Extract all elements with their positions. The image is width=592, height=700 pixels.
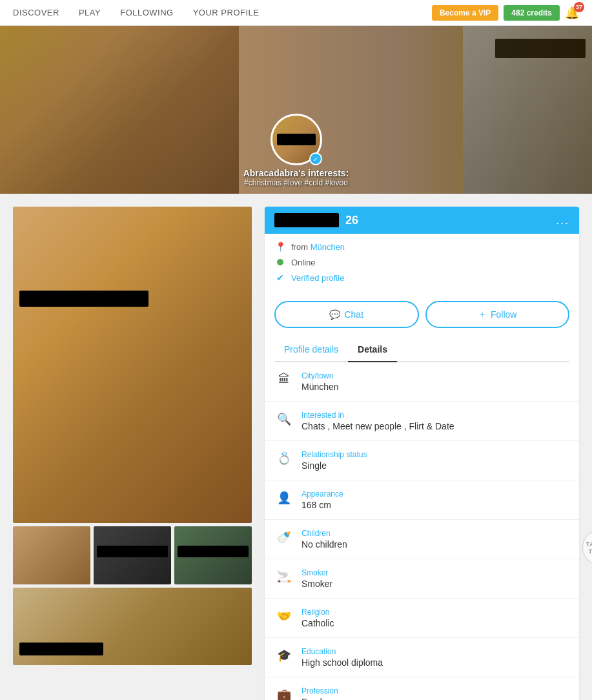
hero-text: Abracadabra's interests: #christmas #lov… — [243, 168, 349, 187]
city-label: City/town — [301, 371, 569, 380]
nav-discover[interactable]: DISCOVER — [13, 8, 59, 17]
nav-links: DISCOVER PLAY FOLLOWING YOUR PROFILE — [13, 8, 432, 17]
profile-info: 📍 from München Online ✔ Verified profile — [265, 234, 579, 296]
religion-value: Catholic — [301, 618, 569, 628]
bell-badge: 37 — [574, 2, 584, 12]
relationship-content: Relationship status Single — [301, 450, 569, 471]
thumbnail-1[interactable] — [13, 526, 90, 584]
thumb-3-redact — [178, 546, 249, 557]
take-top-line1: TAKE ME — [586, 541, 592, 549]
detail-interested: 🔍 Interested in Chats , Meet new people … — [265, 402, 579, 441]
location-row: 📍 from München — [274, 242, 569, 252]
city-value: München — [301, 382, 569, 392]
profile-name-redact — [274, 213, 339, 227]
hero-banner: ✓ Abracadabra's interests: #christmas #l… — [0, 26, 592, 194]
interested-value: Chats , Meet new people , Flirt & Date — [301, 421, 569, 431]
city-link[interactable]: München — [311, 242, 345, 252]
notification-bell-button[interactable]: 🔔 37 — [565, 6, 579, 20]
thumb-2-redact — [97, 546, 168, 557]
profile-tabs: Profile details Details — [274, 338, 569, 362]
chat-icon: 💬 — [329, 309, 340, 320]
smoker-icon: 🚬 — [274, 570, 294, 584]
chat-label: Chat — [344, 309, 363, 320]
main-profile-photo — [13, 207, 252, 523]
religion-label: Religion — [301, 608, 569, 617]
appearance-label: Appearance — [301, 489, 569, 499]
nav-following[interactable]: FOLLOWING — [120, 8, 174, 17]
smoker-label: Smoker — [301, 568, 569, 577]
profession-label: Profession — [301, 686, 569, 695]
relationship-icon: 💍 — [274, 451, 294, 466]
thumbnail-row — [13, 526, 252, 584]
detail-education: 🎓 Education High school diploma — [265, 638, 579, 677]
profession-icon: 💼 — [274, 688, 294, 700]
location-icon: 📍 — [274, 242, 286, 252]
left-column — [13, 207, 252, 700]
smoker-content: Smoker Smoker — [301, 568, 569, 589]
navbar: DISCOVER PLAY FOLLOWING YOUR PROFILE Bec… — [0, 0, 592, 26]
hero-title: Abracadabra's interests: — [243, 168, 349, 178]
profile-more-options[interactable]: ... — [556, 214, 569, 227]
religion-icon: 🤝 — [274, 609, 294, 623]
hero-tags: #christmas #love #cold #lovoo — [243, 178, 349, 187]
hero-verified-badge-icon: ✓ — [309, 152, 322, 165]
education-content: Education High school diploma — [301, 647, 569, 668]
detail-smoker: 🚬 Smoker Smoker — [265, 559, 579, 599]
follow-label: Follow — [491, 309, 516, 320]
profession-content: Profession Employee — [301, 686, 569, 700]
children-label: Children — [301, 529, 569, 538]
detail-relationship: 💍 Relationship status Single — [265, 441, 579, 480]
vip-button[interactable]: Become a VIP — [432, 5, 498, 21]
verified-label: Verified profile — [291, 273, 344, 283]
main-container: 26 ... 📍 from München Online ✔ Verified — [0, 194, 592, 700]
education-value: High school diploma — [301, 657, 569, 668]
children-content: Children No children — [301, 529, 569, 550]
city-icon: 🏛 — [274, 373, 294, 386]
take-to-top-button[interactable]: ▲ TAKE ME TO THE TOP — [582, 530, 592, 565]
children-icon: 🍼 — [274, 530, 294, 544]
hero-center: ✓ Abracadabra's interests: #christmas #l… — [0, 114, 592, 187]
tab-details[interactable]: Details — [348, 338, 397, 362]
credits-button[interactable]: 482 credits — [504, 5, 560, 21]
verified-row: ✔ Verified profile — [274, 273, 569, 283]
chat-button[interactable]: 💬 Chat — [274, 301, 419, 328]
details-list: 🏛 City/town München 🔍 Interested in Chat… — [265, 362, 579, 700]
hero-avatar-wrap: ✓ — [270, 114, 322, 165]
follow-button[interactable]: ＋ Follow — [425, 301, 570, 328]
detail-children: 🍼 Children No children — [265, 520, 579, 559]
bottom-photo — [13, 588, 252, 665]
religion-content: Religion Catholic — [301, 608, 569, 628]
interested-label: Interested in — [301, 411, 569, 420]
take-top-line2: TO THE — [589, 548, 592, 556]
thumbnail-2[interactable] — [94, 526, 171, 584]
nav-your-profile[interactable]: YOUR PROFILE — [193, 8, 260, 17]
main-photo-redact — [19, 291, 148, 307]
appearance-icon: 👤 — [274, 491, 294, 505]
city-content: City/town München — [301, 371, 569, 392]
interested-icon: 🔍 — [274, 412, 294, 426]
tab-profile-details[interactable]: Profile details — [274, 338, 348, 362]
location-text: from München — [291, 242, 345, 252]
detail-profession: 💼 Profession Employee — [265, 677, 579, 700]
appearance-content: Appearance 168 cm — [301, 489, 569, 510]
profile-header: 26 ... — [265, 207, 579, 234]
detail-appearance: 👤 Appearance 168 cm — [265, 480, 579, 520]
children-value: No children — [301, 539, 569, 550]
detail-city: 🏛 City/town München — [265, 362, 579, 402]
hero-avatar-redact — [277, 134, 316, 145]
right-column: 26 ... 📍 from München Online ✔ Verified — [265, 207, 579, 700]
verified-badge-icon: ✔ — [274, 273, 286, 283]
online-label: Online — [291, 258, 316, 267]
education-label: Education — [301, 647, 569, 656]
nav-play[interactable]: PLAY — [79, 8, 101, 17]
follow-plus-icon: ＋ — [478, 309, 487, 320]
profile-card: 26 ... 📍 from München Online ✔ Verified — [265, 207, 579, 700]
thumbnail-3[interactable] — [174, 526, 252, 584]
profile-age: 26 — [345, 214, 358, 227]
relationship-label: Relationship status — [301, 450, 569, 459]
detail-religion: 🤝 Religion Catholic — [265, 599, 579, 638]
bottom-photo-redact — [19, 643, 103, 655]
profession-value: Employee — [301, 697, 569, 700]
online-icon — [274, 257, 286, 267]
education-icon: 🎓 — [274, 648, 294, 663]
